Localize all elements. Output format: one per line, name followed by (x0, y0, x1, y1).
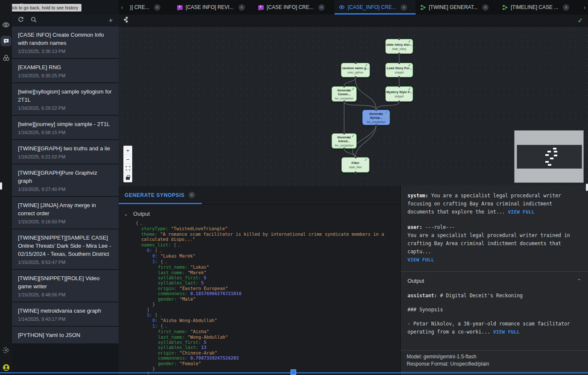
collapse-icon[interactable]: ⌄ (165, 260, 167, 264)
close-icon[interactable]: × (401, 4, 407, 11)
node-generate-synopsis-selected[interactable]: ✓ Generate Synop... llm_completion (362, 110, 390, 125)
list-item[interactable]: [TWINE][SNIPPET][ROLE] Video game writer… (12, 270, 119, 302)
eye-icon[interactable] (1, 20, 11, 29)
close-icon[interactable]: × (189, 192, 195, 198)
list-item[interactable]: [EXAMPLE] RNG 1/16/2025, 8:30:25 PM (12, 59, 119, 82)
run-inspector-panel: system: You are a specialist legal proce… (400, 186, 588, 375)
output-port[interactable] (343, 147, 345, 149)
messages-section: system: You are a specialist legal proce… (401, 186, 588, 264)
input-port[interactable] (398, 38, 400, 40)
node-generate-introduction[interactable]: ✓ Generate Introd... llm_completion (332, 133, 357, 149)
list-item[interactable]: [PYTHON] Yaml to JSON (12, 327, 119, 343)
zoom-controls: + − (123, 146, 132, 182)
input-port[interactable] (355, 156, 357, 158)
tab-twine-generate[interactable]: [TWINE] GENERAT... × (416, 0, 498, 15)
user-avatar[interactable] (1, 363, 11, 372)
list-item[interactable]: [TWINE][SNIPPET][SAMPLE CASE] Online Thr… (12, 229, 119, 269)
workflow-knot-icon[interactable] (1, 53, 11, 62)
input-port[interactable] (398, 62, 400, 64)
json-line: gender: "Male" (119, 296, 392, 302)
settings-gear-icon[interactable] (1, 346, 11, 355)
output-port[interactable] (398, 100, 400, 103)
list-item[interactable]: [TWINE][GRAPH} two truths and a lie 1/16… (12, 140, 119, 164)
output-section-header[interactable]: ⌄ Output (119, 205, 400, 220)
json-line: 0: "Lukas Marek" (119, 253, 392, 258)
input-port[interactable] (343, 85, 345, 88)
output-port[interactable] (355, 76, 357, 78)
close-icon[interactable]: × (482, 4, 489, 11)
output-port[interactable] (343, 100, 345, 103)
list-item[interactable]: [TWINE] metroidvania case graph 1/14/202… (12, 302, 119, 326)
collapse-icon[interactable]: ⌄ (159, 249, 161, 253)
chat-icon (258, 4, 264, 10)
list-item[interactable]: [twine][syllogism] sample syllogism for … (12, 83, 119, 115)
split-drag-handle[interactable] (291, 369, 296, 375)
zoom-out-button[interactable]: − (124, 155, 132, 164)
list-item[interactable]: [TWINE] [JINJA] Array merge in correct o… (12, 197, 119, 229)
tab-timeline-case[interactable]: [TIMELINE] CASE ... × (498, 0, 581, 15)
canvas-topbar: ✓ (119, 15, 588, 26)
close-icon[interactable]: × (239, 4, 245, 11)
tab-scroll-right-icon[interactable]: › (581, 0, 588, 15)
json-line: } (119, 366, 392, 371)
close-icon[interactable]: × (318, 4, 325, 11)
minimap[interactable] (514, 130, 584, 183)
json-line: names_list: [⌄ (119, 242, 392, 248)
node-load-story[interactable]: ✓ Load Story For... snippet (385, 63, 413, 77)
check-icon: ✓ (352, 133, 355, 138)
refresh-icon[interactable] (18, 17, 24, 24)
fit-view-button[interactable] (124, 164, 132, 173)
input-port[interactable] (375, 109, 377, 111)
output-port[interactable] (398, 76, 400, 78)
collapse-icon[interactable]: ⌄ (165, 324, 167, 328)
node-generate-common[interactable]: ✓ Generate Comm... llm_completion (332, 86, 357, 102)
json-line: 1: [⌄ (119, 312, 392, 318)
lock-button[interactable] (124, 173, 132, 182)
json-line: 1: {⌄ (119, 323, 392, 329)
check-icon: ✓ (408, 39, 412, 44)
json-line: ] (119, 307, 392, 312)
view-full-link[interactable]: VIEW FULL (493, 329, 520, 335)
node-mystery-style[interactable]: ✓ Mystery Style F... snippet (385, 86, 413, 102)
node-random-name[interactable]: ✓ random name g... exec_python (341, 63, 370, 77)
collapse-icon[interactable]: ⌄ (140, 221, 142, 226)
collapse-icon[interactable]: ⌄ (159, 313, 161, 317)
inspector-output-header[interactable]: Output ⌃ (401, 272, 588, 286)
list-item[interactable]: [twine][journey] simple sample - 2T1L 1/… (12, 116, 119, 139)
list-item[interactable]: [TWINE][GRAPH]Pure Graphviz graph 1/15/2… (12, 164, 119, 196)
input-port[interactable] (398, 85, 400, 88)
collapse-icon[interactable]: ⌄ (178, 243, 180, 247)
check-icon: ✓ (364, 157, 368, 162)
back-button-tooltip: Click to go back, hold to see history (4, 4, 82, 12)
right-resize-handle[interactable] (586, 184, 588, 191)
tab-case-info-active[interactable]: [CASE_INFO] CRE... × (335, 0, 416, 15)
left-resize-handle[interactable] (0, 182, 2, 190)
output-port[interactable] (355, 171, 357, 173)
check-icon: ✓ (408, 63, 412, 67)
output-port[interactable] (375, 124, 377, 126)
output-port[interactable] (398, 53, 400, 55)
model-line: Model: gemini/gemini-1.5-flash (407, 353, 582, 360)
input-port[interactable] (355, 62, 357, 64)
node-graph-canvas[interactable]: ✓ state mkey stor... state_mkey ✓ random… (119, 26, 588, 186)
tab-case-info-create[interactable]: [CASE INFO] CRE... × (253, 0, 335, 15)
assistant-text-line: - Petar Nikolov, a 38-year-old romance s… (408, 320, 581, 336)
node-state-mkey[interactable]: ✓ state mkey stor... state_mkey (385, 39, 413, 54)
list-item[interactable]: [CASE INFO] Create Common Info with rand… (12, 26, 119, 58)
close-icon[interactable]: × (154, 4, 160, 11)
tab-truncated[interactable]: )] CRE... × (125, 0, 172, 15)
zoom-in-button[interactable]: + (124, 146, 132, 155)
graph-icon (420, 4, 426, 10)
close-icon[interactable]: × (563, 4, 569, 11)
tab-scroll-left-icon[interactable]: ‹ (119, 0, 125, 15)
search-icon[interactable] (31, 17, 37, 24)
prompts-chat-icon[interactable] (1, 36, 11, 46)
new-prompt-button[interactable]: + (109, 17, 113, 24)
tab-case-info-review[interactable]: [CASE INFO] REVI... × (172, 0, 253, 15)
tab-generate-synopsis[interactable]: GENERATE SYNOPSIS × (119, 186, 202, 204)
node-filter[interactable]: ✓ Filter state_filter (341, 157, 370, 173)
view-full-link[interactable]: VIEW FULL (408, 257, 434, 263)
check-icon: ✓ (408, 86, 412, 91)
view-full-link[interactable]: VIEW FULL (508, 209, 534, 215)
input-port[interactable] (343, 132, 345, 135)
